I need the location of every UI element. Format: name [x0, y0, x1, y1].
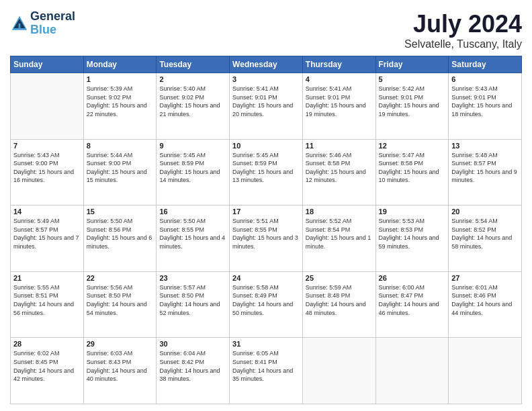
day-info: Sunrise: 5:50 AMSunset: 8:55 PMDaylight:…	[159, 217, 226, 250]
day-number: 26	[379, 274, 446, 282]
day-info: Sunrise: 5:42 AMSunset: 9:01 PMDaylight:…	[379, 85, 446, 118]
calendar-cell: 4Sunrise: 5:41 AMSunset: 9:01 PMDaylight…	[302, 73, 375, 140]
calendar-cell: 26Sunrise: 6:00 AMSunset: 8:47 PMDayligh…	[375, 271, 449, 338]
day-number: 24	[232, 274, 300, 282]
day-number: 14	[13, 208, 81, 216]
day-number: 7	[13, 142, 81, 150]
calendar-cell: 22Sunrise: 5:56 AMSunset: 8:50 PMDayligh…	[83, 271, 157, 338]
calendar-week-4: 21Sunrise: 5:55 AMSunset: 8:51 PMDayligh…	[11, 271, 522, 338]
logo-text: General Blue	[30, 10, 75, 37]
day-number: 4	[306, 75, 373, 83]
day-info: Sunrise: 6:03 AMSunset: 8:43 PMDaylight:…	[87, 349, 154, 383]
day-number: 23	[159, 274, 226, 282]
calendar-cell: 24Sunrise: 5:58 AMSunset: 8:49 PMDayligh…	[230, 271, 303, 338]
calendar-cell: 18Sunrise: 5:52 AMSunset: 8:54 PMDayligh…	[302, 205, 375, 272]
logo-line2: Blue	[30, 23, 56, 36]
calendar-week-1: 1Sunrise: 5:39 AMSunset: 9:02 PMDaylight…	[11, 73, 522, 140]
calendar-cell: 19Sunrise: 5:53 AMSunset: 8:53 PMDayligh…	[375, 205, 449, 272]
calendar-cell: 5Sunrise: 5:42 AMSunset: 9:01 PMDaylight…	[375, 73, 449, 140]
calendar-cell	[375, 338, 449, 404]
day-number: 12	[379, 142, 446, 150]
calendar-cell: 31Sunrise: 6:05 AMSunset: 8:41 PMDayligh…	[230, 338, 303, 404]
calendar-cell: 29Sunrise: 6:03 AMSunset: 8:43 PMDayligh…	[83, 338, 157, 404]
day-info: Sunrise: 5:41 AMSunset: 9:01 PMDaylight:…	[232, 85, 300, 118]
col-saturday: Saturday	[449, 56, 522, 73]
main-title: July 2024	[404, 10, 522, 38]
calendar-cell: 15Sunrise: 5:50 AMSunset: 8:56 PMDayligh…	[83, 205, 157, 272]
svg-rect-2	[19, 24, 21, 29]
calendar-cell: 13Sunrise: 5:48 AMSunset: 8:57 PMDayligh…	[449, 139, 522, 205]
logo: General Blue	[10, 10, 75, 37]
calendar-cell: 3Sunrise: 5:41 AMSunset: 9:01 PMDaylight…	[230, 73, 303, 140]
col-thursday: Thursday	[302, 56, 375, 73]
header: General Blue July 2024 Selvatelle, Tusca…	[10, 10, 522, 50]
day-number: 10	[232, 142, 300, 150]
calendar-header: Sunday Monday Tuesday Wednesday Thursday…	[11, 56, 522, 73]
day-info: Sunrise: 5:43 AMSunset: 9:01 PMDaylight:…	[451, 85, 519, 118]
col-wednesday: Wednesday	[230, 56, 303, 73]
day-number: 3	[232, 75, 300, 83]
calendar-cell: 9Sunrise: 5:45 AMSunset: 8:59 PMDaylight…	[157, 139, 230, 205]
calendar-cell: 1Sunrise: 5:39 AMSunset: 9:02 PMDaylight…	[83, 73, 157, 140]
day-number: 2	[159, 75, 226, 83]
calendar-cell: 10Sunrise: 5:45 AMSunset: 8:59 PMDayligh…	[230, 139, 303, 205]
day-number: 25	[306, 274, 373, 282]
day-number: 27	[451, 274, 519, 282]
calendar-cell	[302, 338, 375, 404]
day-info: Sunrise: 6:01 AMSunset: 8:46 PMDaylight:…	[451, 283, 519, 317]
day-info: Sunrise: 5:55 AMSunset: 8:51 PMDaylight:…	[13, 283, 81, 317]
day-info: Sunrise: 5:52 AMSunset: 8:54 PMDaylight:…	[306, 217, 373, 250]
day-number: 29	[87, 340, 154, 348]
day-number: 17	[232, 208, 300, 216]
logo-icon	[10, 14, 29, 33]
calendar-week-3: 14Sunrise: 5:49 AMSunset: 8:57 PMDayligh…	[11, 205, 522, 272]
header-row: Sunday Monday Tuesday Wednesday Thursday…	[11, 56, 522, 73]
day-number: 8	[87, 142, 154, 150]
col-friday: Friday	[375, 56, 449, 73]
day-info: Sunrise: 5:43 AMSunset: 9:00 PMDaylight:…	[13, 151, 81, 185]
calendar-cell: 8Sunrise: 5:44 AMSunset: 9:00 PMDaylight…	[83, 139, 157, 205]
calendar-cell: 2Sunrise: 5:40 AMSunset: 9:02 PMDaylight…	[157, 73, 230, 140]
page: General Blue July 2024 Selvatelle, Tusca…	[0, 0, 532, 411]
title-block: July 2024 Selvatelle, Tuscany, Italy	[404, 10, 522, 50]
day-info: Sunrise: 5:45 AMSunset: 8:59 PMDaylight:…	[159, 151, 226, 185]
calendar: Sunday Monday Tuesday Wednesday Thursday…	[10, 56, 522, 404]
calendar-cell: 17Sunrise: 5:51 AMSunset: 8:55 PMDayligh…	[230, 205, 303, 272]
day-info: Sunrise: 5:41 AMSunset: 9:01 PMDaylight:…	[306, 85, 373, 118]
col-tuesday: Tuesday	[157, 56, 230, 73]
calendar-cell: 16Sunrise: 5:50 AMSunset: 8:55 PMDayligh…	[157, 205, 230, 272]
day-info: Sunrise: 5:56 AMSunset: 8:50 PMDaylight:…	[87, 283, 154, 317]
calendar-cell: 25Sunrise: 5:59 AMSunset: 8:48 PMDayligh…	[302, 271, 375, 338]
logo-line1: General	[30, 10, 75, 24]
day-number: 5	[379, 75, 446, 83]
day-number: 6	[451, 75, 519, 83]
calendar-cell: 6Sunrise: 5:43 AMSunset: 9:01 PMDaylight…	[449, 73, 522, 140]
calendar-cell: 11Sunrise: 5:46 AMSunset: 8:58 PMDayligh…	[302, 139, 375, 205]
day-number: 11	[306, 142, 373, 150]
calendar-cell: 30Sunrise: 6:04 AMSunset: 8:42 PMDayligh…	[157, 338, 230, 404]
day-number: 20	[451, 208, 519, 216]
calendar-cell	[449, 338, 522, 404]
day-info: Sunrise: 5:40 AMSunset: 9:02 PMDaylight:…	[159, 85, 226, 118]
calendar-week-2: 7Sunrise: 5:43 AMSunset: 9:00 PMDaylight…	[11, 139, 522, 205]
day-info: Sunrise: 5:45 AMSunset: 8:59 PMDaylight:…	[232, 151, 300, 185]
calendar-cell	[11, 73, 84, 140]
day-info: Sunrise: 5:58 AMSunset: 8:49 PMDaylight:…	[232, 283, 300, 317]
subtitle: Selvatelle, Tuscany, Italy	[404, 38, 522, 50]
calendar-body: 1Sunrise: 5:39 AMSunset: 9:02 PMDaylight…	[11, 73, 522, 404]
day-number: 30	[159, 340, 226, 348]
day-info: Sunrise: 5:54 AMSunset: 8:52 PMDaylight:…	[451, 217, 519, 250]
day-number: 1	[87, 75, 154, 83]
calendar-cell: 7Sunrise: 5:43 AMSunset: 9:00 PMDaylight…	[11, 139, 84, 205]
day-number: 21	[13, 274, 81, 282]
calendar-week-5: 28Sunrise: 6:02 AMSunset: 8:45 PMDayligh…	[11, 338, 522, 404]
day-info: Sunrise: 5:49 AMSunset: 8:57 PMDaylight:…	[13, 217, 81, 250]
col-monday: Monday	[83, 56, 157, 73]
day-info: Sunrise: 5:59 AMSunset: 8:48 PMDaylight:…	[306, 283, 373, 317]
day-number: 16	[159, 208, 226, 216]
day-info: Sunrise: 5:46 AMSunset: 8:58 PMDaylight:…	[306, 151, 373, 185]
day-info: Sunrise: 5:44 AMSunset: 9:00 PMDaylight:…	[87, 151, 154, 185]
day-info: Sunrise: 5:57 AMSunset: 8:50 PMDaylight:…	[159, 283, 226, 317]
calendar-cell: 12Sunrise: 5:47 AMSunset: 8:58 PMDayligh…	[375, 139, 449, 205]
day-number: 28	[13, 340, 81, 348]
